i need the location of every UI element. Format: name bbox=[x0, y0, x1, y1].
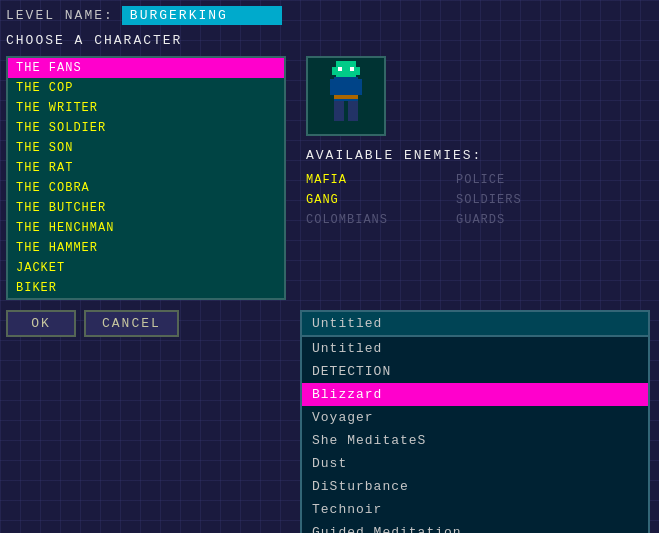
character-item-cobra[interactable]: THE COBRA bbox=[8, 178, 284, 198]
character-item-son[interactable]: THE SON bbox=[8, 138, 284, 158]
ok-button[interactable]: OK bbox=[6, 310, 76, 337]
svg-rect-2 bbox=[356, 67, 360, 75]
enemy-gang: GANG bbox=[306, 191, 416, 209]
enemies-section: AVAILABLE ENEMIES: MAFIA POLICE GANG SOL… bbox=[306, 148, 653, 229]
music-option-guided-meditation[interactable]: Guided Meditation bbox=[302, 521, 648, 533]
enemy-guards: GUARDS bbox=[456, 211, 566, 229]
svg-rect-10 bbox=[334, 95, 358, 99]
music-option-voyager[interactable]: Voyager bbox=[302, 406, 648, 429]
character-preview bbox=[306, 56, 386, 136]
enemy-colombians: COLOMBIANS bbox=[306, 211, 416, 229]
level-name-input[interactable] bbox=[122, 6, 282, 25]
svg-rect-8 bbox=[338, 67, 342, 71]
music-option-technoir[interactable]: Technoir bbox=[302, 498, 648, 521]
character-item-hammer[interactable]: THE HAMMER bbox=[8, 238, 284, 258]
level-name-label: LEVEL NAME: bbox=[6, 8, 114, 23]
svg-rect-5 bbox=[358, 79, 362, 95]
content-area: THE FANS THE COP THE WRITER THE SOLDIER … bbox=[6, 56, 653, 337]
character-item-soldier[interactable]: THE SOLDIER bbox=[8, 118, 284, 138]
character-item-henchman[interactable]: THE HENCHMAN bbox=[8, 218, 284, 238]
music-option-disturbance[interactable]: DiSturbance bbox=[302, 475, 648, 498]
character-sprite bbox=[316, 61, 376, 131]
enemies-title: AVAILABLE ENEMIES: bbox=[306, 148, 653, 163]
choose-character-title: CHOOSE A CHARACTER bbox=[6, 33, 653, 48]
cancel-button[interactable]: CANCEL bbox=[84, 310, 179, 337]
level-name-row: LEVEL NAME: bbox=[6, 6, 653, 25]
character-list: THE FANS THE COP THE WRITER THE SOLDIER … bbox=[6, 56, 286, 300]
character-item-rat[interactable]: THE RAT bbox=[8, 158, 284, 178]
enemy-police: POLICE bbox=[456, 171, 566, 189]
music-option-detection[interactable]: DETECTION bbox=[302, 360, 648, 383]
enemy-mafia: MAFIA bbox=[306, 171, 416, 189]
button-row: OK CANCEL bbox=[6, 310, 296, 337]
music-option-dust[interactable]: Dust bbox=[302, 452, 648, 475]
svg-rect-1 bbox=[332, 67, 336, 75]
main-container: LEVEL NAME: CHOOSE A CHARACTER THE FANS … bbox=[0, 0, 659, 343]
character-item-writer[interactable]: THE WRITER bbox=[8, 98, 284, 118]
music-option-blizzard[interactable]: Blizzard bbox=[302, 383, 648, 406]
svg-rect-7 bbox=[348, 101, 358, 121]
music-dropdown-area: Untitled Untitled DETECTION Blizzard Voy… bbox=[300, 310, 650, 533]
character-item-fans[interactable]: THE FANS bbox=[8, 58, 284, 78]
enemy-soldiers: SOLDIERS bbox=[456, 191, 566, 209]
right-panel: AVAILABLE ENEMIES: MAFIA POLICE GANG SOL… bbox=[306, 56, 653, 337]
enemies-grid: MAFIA POLICE GANG SOLDIERS COLOMBIANS GU… bbox=[306, 171, 566, 229]
music-option-she-meditates[interactable]: She MeditateS bbox=[302, 429, 648, 452]
character-item-jacket[interactable]: JACKET bbox=[8, 258, 284, 278]
svg-rect-4 bbox=[330, 79, 334, 95]
left-panel: THE FANS THE COP THE WRITER THE SOLDIER … bbox=[6, 56, 296, 337]
music-dropdown-list: Untitled DETECTION Blizzard Voyager She … bbox=[300, 337, 650, 533]
svg-rect-6 bbox=[334, 101, 344, 121]
character-item-butcher[interactable]: THE BUTCHER bbox=[8, 198, 284, 218]
character-item-biker[interactable]: BIKER bbox=[8, 278, 284, 298]
character-item-cop[interactable]: THE COP bbox=[8, 78, 284, 98]
svg-rect-9 bbox=[350, 67, 354, 71]
